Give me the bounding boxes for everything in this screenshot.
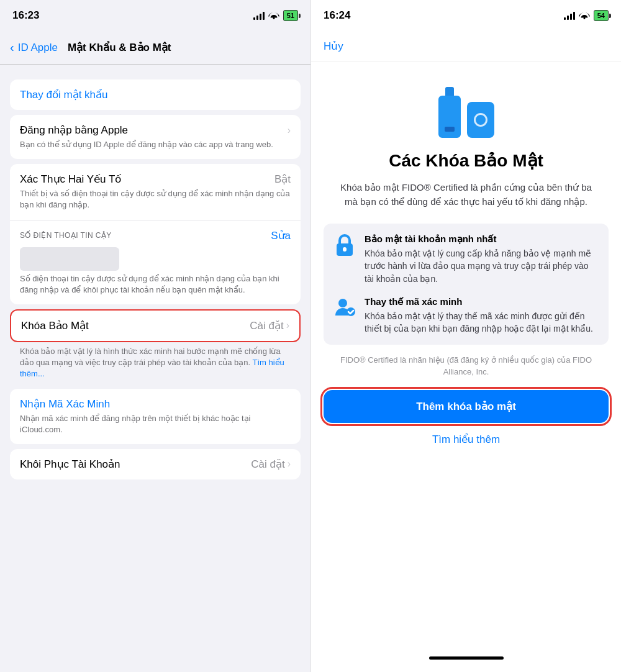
right-main-content: Các Khóa Bảo Mật Khóa bảo mật FIDO® Cert…	[311, 62, 621, 672]
sign-in-apple-label: Đăng nhập bằng Apple	[20, 124, 128, 137]
account-recovery-row: Khôi Phục Tài Khoản Cài đặt ›	[20, 458, 291, 471]
trusted-phone-desc: Số điện thoại tin cậy được sử dụng để xá…	[20, 273, 291, 296]
security-key-value-row: Cài đặt ›	[250, 319, 289, 332]
receive-code-desc: Nhận mã xác minh để đăng nhập trên một t…	[20, 413, 291, 435]
section-change-password: Thay đổi mật khẩu	[0, 79, 310, 110]
sign-in-row: Đăng nhập bằng Apple ›	[20, 124, 291, 137]
feature-security-desc: Khóa bảo mật vật lý cung cấp khả năng bả…	[365, 247, 599, 285]
two-factor-desc: Thiết bị và số điện thoại tin cậy được s…	[20, 188, 291, 211]
feature-security-item: Bảo mật tài khoản mạnh nhất Khóa bảo mật…	[333, 234, 599, 285]
wifi-icon	[268, 11, 279, 21]
card-change-password: Thay đổi mật khẩu	[10, 79, 301, 110]
card-sign-in: Đăng nhập bằng Apple › Bạn có thể sử dụn…	[10, 115, 301, 159]
sign-in-apple-desc: Bạn có thể sử dụng ID Apple để đăng nhập…	[20, 139, 291, 150]
features-card: Bảo mật tài khoản mạnh nhất Khóa bảo mật…	[324, 224, 609, 345]
page-title: Mật Khẩu & Bảo Mật	[68, 41, 171, 54]
card-receive-code: Nhận Mã Xác Minh Nhận mã xác minh để đăn…	[10, 389, 301, 444]
time-right: 16:24	[324, 9, 350, 22]
feature-security-title: Bảo mật tài khoản mạnh nhất	[365, 234, 599, 245]
account-recovery-value-row: Cài đặt ›	[251, 458, 291, 471]
two-factor-row: Xác Thực Hai Yếu Tố Bật	[20, 173, 291, 186]
chevron-right-icon: ›	[288, 125, 291, 136]
trusted-phone-edit[interactable]: Sửa	[271, 229, 291, 242]
battery-icon-left: 51	[283, 10, 298, 21]
section-sign-in: Đăng nhập bằng Apple › Bạn có thể sử dụn…	[0, 115, 310, 159]
security-key-desc: Khóa bảo mật vật lý là hình thức xác min…	[0, 342, 310, 384]
card-two-factor: Xác Thực Hai Yếu Tố Bật Thiết bị và số đ…	[10, 164, 301, 304]
right-page-title: Các Khóa Bảo Mật	[370, 150, 562, 171]
section-receive-code: Nhận Mã Xác Minh Nhận mã xác minh để đăn…	[0, 389, 310, 444]
security-key-value: Cài đặt	[250, 319, 283, 332]
usb-key-icon	[438, 87, 461, 138]
nav-bar-left: ‹ ID Apple Mật Khẩu & Bảo Mật	[0, 31, 310, 65]
security-key-item[interactable]: Khóa Bảo Mật Cài đặt ›	[11, 311, 299, 341]
feature-replace-text: Thay thế mã xác minh Khóa bảo mật vật lý…	[365, 296, 599, 335]
receive-code-item[interactable]: Nhận Mã Xác Minh Nhận mã xác minh để đăn…	[10, 389, 301, 444]
lock-feature-icon	[333, 234, 356, 256]
account-recovery-item[interactable]: Khôi Phục Tài Khoản Cài đặt ›	[10, 449, 301, 479]
person-check-feature-icon	[333, 296, 356, 319]
account-recovery-value: Cài đặt	[251, 458, 284, 471]
card-account-recovery: Khôi Phục Tài Khoản Cài đặt ›	[10, 449, 301, 479]
change-password-label: Thay đổi mật khẩu	[20, 89, 108, 101]
security-key-label: Khóa Bảo Mật	[21, 319, 89, 332]
nfc-key-icon	[467, 102, 494, 138]
section-two-factor: Xác Thực Hai Yếu Tố Bật Thiết bị và số đ…	[0, 164, 310, 304]
right-page-description: Khóa bảo mật FIDO® Certified là phần cứn…	[311, 181, 621, 209]
back-label[interactable]: ID Apple	[18, 42, 58, 54]
status-bar-right: 16:24 54	[311, 0, 621, 31]
cancel-button[interactable]: Hủy	[324, 40, 343, 53]
two-factor-item[interactable]: Xác Thực Hai Yếu Tố Bật Thiết bị và số đ…	[10, 164, 301, 220]
home-indicator-area	[429, 465, 504, 672]
phone-number-placeholder	[20, 247, 119, 271]
card-security-key: Khóa Bảo Mật Cài đặt ›	[10, 309, 301, 342]
feature-replace-title: Thay thế mã xác minh	[365, 296, 599, 307]
account-recovery-chevron: ›	[288, 458, 291, 470]
change-password-item[interactable]: Thay đổi mật khẩu	[10, 79, 301, 110]
feature-replace-desc: Khóa bảo mật vật lý thay thế mã xác minh…	[365, 310, 599, 335]
add-key-button[interactable]: Thêm khóa bảo mật	[324, 390, 609, 423]
feature-replace-item: Thay thế mã xác minh Khóa bảo mật vật lý…	[333, 296, 599, 335]
right-panel: 16:24 54 Hủy	[310, 0, 621, 672]
settings-scroll: Thay đổi mật khẩu Đăng nhập bằng Apple ›…	[0, 65, 310, 672]
fido-note: FIDO® Certified là nhãn hiệu (đã đăng ký…	[311, 355, 621, 377]
back-chevron-icon: ‹	[10, 40, 14, 55]
security-key-row: Khóa Bảo Mật Cài đặt ›	[21, 319, 289, 332]
signal-icon	[253, 11, 265, 20]
nav-bar-right: Hủy	[311, 31, 621, 62]
signal-icon-right	[564, 11, 575, 20]
wifi-icon-right	[579, 11, 590, 21]
section-security-key: Khóa Bảo Mật Cài đặt › Khóa bảo mật vật …	[0, 309, 310, 384]
feature-security-text: Bảo mật tài khoản mạnh nhất Khóa bảo mật…	[365, 234, 599, 285]
trusted-phone-header: SỐ ĐIỆN THOẠI TIN CẬY Sửa	[20, 229, 291, 242]
account-recovery-label: Khôi Phục Tài Khoản	[20, 458, 120, 471]
trusted-phone-label: SỐ ĐIỆN THOẠI TIN CẬY	[20, 231, 112, 240]
learn-more-link[interactable]: Tìm hiểu thêm	[432, 433, 500, 446]
section-account-recovery: Khôi Phục Tài Khoản Cài đặt ›	[0, 449, 310, 479]
svg-rect-1	[343, 247, 347, 252]
two-factor-label: Xác Thực Hai Yếu Tố	[20, 173, 121, 186]
receive-code-label: Nhận Mã Xác Minh	[20, 398, 110, 410]
svg-point-2	[338, 299, 347, 307]
left-panel: 16:23 51 ‹ ID Apple Mật Khẩu & Bảo Mật	[0, 0, 310, 672]
security-keys-illustration	[438, 87, 494, 138]
time-left: 16:23	[12, 9, 39, 22]
status-icons-right: 54	[564, 10, 609, 21]
status-bar-left: 16:23 51	[0, 0, 310, 31]
two-factor-value: Bật	[274, 173, 291, 186]
status-icons-left: 51	[253, 10, 298, 21]
back-button[interactable]: ‹ ID Apple	[10, 40, 58, 55]
security-key-chevron: ›	[286, 320, 289, 331]
sign-in-apple-item[interactable]: Đăng nhập bằng Apple › Bạn có thể sử dụn…	[10, 115, 301, 159]
trusted-phone-section: SỐ ĐIỆN THOẠI TIN CẬY Sửa Số điện thoại …	[10, 220, 301, 304]
home-indicator	[429, 656, 504, 660]
battery-icon-right: 54	[594, 10, 609, 21]
